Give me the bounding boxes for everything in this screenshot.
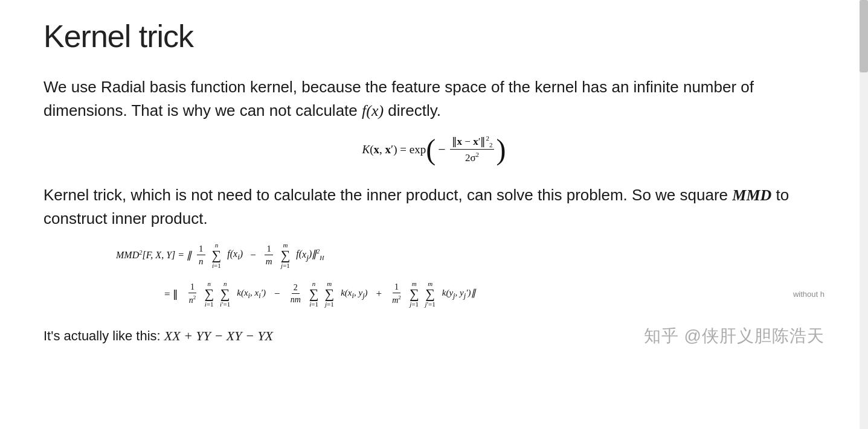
- s1a-sym: ∑: [204, 287, 214, 300]
- frac2-num: 1: [265, 244, 273, 255]
- rbf-denominator: 2σ2: [463, 150, 481, 164]
- rbf-formula-block: K(x, x′) = exp ( − ‖x − x′‖22 2σ2 ): [43, 135, 825, 164]
- mmd-line2-k2: k(xi, yj): [341, 288, 367, 300]
- s2a-bot: i=1: [309, 300, 318, 308]
- mmd-line2-sum2b: m ∑ j=1: [324, 280, 334, 308]
- paragraph-2: Kernel trick, which is not need to calcu…: [43, 183, 825, 230]
- l2f3-num: 1: [393, 282, 400, 293]
- mmd-line2-plus: +: [376, 288, 382, 300]
- page-container: Kernel trick We use Radial basis functio…: [0, 0, 868, 429]
- mmd-line1-frac1: 1 n: [197, 244, 205, 267]
- without-h-label: without h: [793, 290, 825, 299]
- rbf-neg: −: [438, 142, 445, 157]
- frac2-den: m: [264, 255, 274, 267]
- mmd-line2-frac2: 2 nm: [289, 283, 303, 305]
- l2f1-den: n2: [187, 293, 198, 305]
- mmd-formula-container: MMD2[F, X, Y] = ‖ 1 n n ∑ i=1 f(xi) − 1 …: [43, 241, 825, 308]
- mmd-line-2: = ‖ 1 n2 n ∑ i=1 n ∑ i′=1 k(xi, xi′) −: [164, 280, 825, 308]
- s3b-sym: ∑: [425, 287, 435, 300]
- rbf-fraction: ‖x − x′‖22 2σ2: [450, 135, 495, 164]
- zhihu-watermark: 知乎 @侠肝义胆陈浩天: [644, 325, 825, 348]
- page-title: Kernel trick: [43, 19, 825, 54]
- mmd-line2-frac1: 1 n2: [187, 282, 198, 305]
- mmd-line2-k1: k(xi, xi′): [237, 288, 266, 300]
- l2f2-num: 2: [292, 283, 300, 294]
- s1b-sym: ∑: [220, 287, 230, 300]
- mmd-line1-frac2: 1 m: [264, 244, 274, 267]
- mmd-formulas: MMD2[F, X, Y] = ‖ 1 n n ∑ i=1 f(xi) − 1 …: [116, 241, 825, 308]
- mmd-line-1: MMD2[F, X, Y] = ‖ 1 n n ∑ i=1 f(xi) − 1 …: [116, 241, 825, 269]
- mmd-line2-minus: −: [274, 288, 280, 300]
- sum2-sym: ∑: [281, 249, 291, 262]
- paragraph-1: We use Radial basis function kernel, bec…: [43, 75, 825, 122]
- bottom-text: It's actually like this: XX + YY − XY − …: [43, 328, 273, 344]
- s3a-bot: j=1: [410, 300, 419, 308]
- mmd-line2-eq: = ‖: [164, 288, 178, 300]
- mmd-line2-sum1a: n ∑ i=1: [204, 280, 214, 308]
- mmd-line1-fx: f(xi): [227, 249, 243, 262]
- bottom-math: XX + YY − XY − YX: [164, 328, 273, 343]
- rbf-left-paren: (: [426, 135, 436, 164]
- bottom-section: It's actually like this: XX + YY − XY − …: [43, 325, 825, 354]
- l2f3-den: m2: [390, 293, 403, 305]
- mmd-line2-sum2a: n ∑ i=1: [309, 280, 319, 308]
- mmd-line1-lhs: MMD2[F, X, Y] = ‖: [116, 249, 191, 261]
- paragraph1-math: f(x): [362, 102, 384, 119]
- rbf-lhs: K(x, x′) = exp: [362, 143, 426, 156]
- mmd-line2-k3: k(yj, yj′)‖: [442, 287, 476, 300]
- mmd-line2-sum1b: n ∑ i′=1: [220, 280, 230, 308]
- mmd-line2-sum3a: m ∑ j=1: [410, 280, 419, 308]
- l2f1-num: 1: [188, 282, 196, 293]
- frac1-num: 1: [197, 244, 205, 255]
- l2f2-den: nm: [289, 294, 303, 305]
- s3b-bot: j′=1: [425, 300, 436, 308]
- sum2-bot: j=1: [281, 262, 290, 269]
- s2b-bot: j=1: [325, 300, 334, 308]
- paragraph1-end: directly.: [384, 101, 441, 119]
- rbf-formula: K(x, x′) = exp ( − ‖x − x′‖22 2σ2 ): [362, 135, 506, 164]
- mmd-line1-fxj: f(xj)‖2H: [296, 248, 324, 262]
- sum1-bot: i=1: [212, 262, 221, 269]
- scrollbar-thumb[interactable]: [860, 0, 868, 72]
- rbf-numerator: ‖x − x′‖22: [450, 135, 495, 150]
- mmd-line1-minus: −: [250, 249, 256, 261]
- mmd-line1-sum1: n ∑ i=1: [212, 241, 222, 269]
- frac1-den: n: [197, 255, 205, 267]
- paragraph2-start: Kernel trick, which is not need to calcu…: [43, 186, 732, 204]
- rbf-right-paren: ): [496, 135, 506, 164]
- s3a-sym: ∑: [410, 287, 419, 300]
- sum1-sym: ∑: [212, 249, 222, 262]
- s2a-sym: ∑: [309, 287, 319, 300]
- mmd-line2-sum3b: m ∑ j′=1: [425, 280, 436, 308]
- bottom-text-start: It's actually like this:: [43, 328, 164, 343]
- s1a-bot: i=1: [205, 300, 214, 308]
- paragraph2-math: MMD: [732, 186, 771, 204]
- mmd-line1-sum2: m ∑ j=1: [281, 241, 291, 269]
- scrollbar[interactable]: [860, 0, 868, 429]
- s1b-bot: i′=1: [220, 300, 230, 308]
- s2b-sym: ∑: [324, 287, 334, 300]
- mmd-line2-frac3: 1 m2: [390, 282, 403, 305]
